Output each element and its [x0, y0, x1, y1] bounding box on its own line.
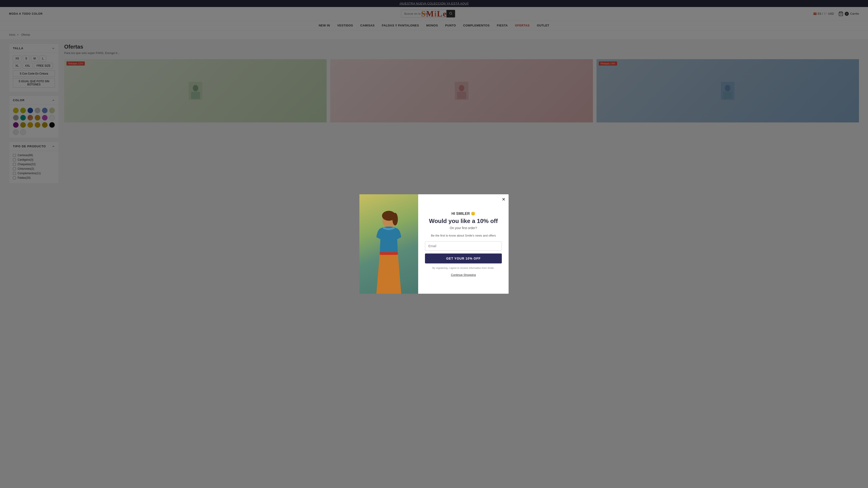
modal-backdrop[interactable]: HI SMILER 🙂 Would you like a 10% off On … [0, 0, 868, 192]
